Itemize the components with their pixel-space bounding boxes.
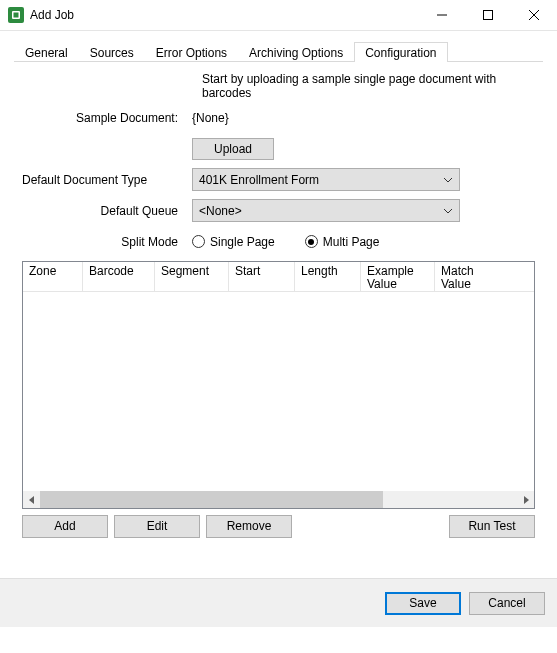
tab-configuration[interactable]: Configuration <box>354 42 447 62</box>
tab-sources[interactable]: Sources <box>79 42 145 62</box>
chevron-down-icon <box>443 174 453 188</box>
maximize-button[interactable] <box>465 0 511 30</box>
radio-icon <box>305 235 318 248</box>
zones-table: Zone Barcode Segment Start Length Exampl… <box>22 261 535 509</box>
add-button[interactable]: Add <box>22 515 108 538</box>
sample-document-value: {None} <box>192 111 229 125</box>
split-multi-label: Multi Page <box>323 235 380 249</box>
scroll-right-icon[interactable] <box>517 491 534 508</box>
run-test-button[interactable]: Run Test <box>449 515 535 538</box>
scroll-track[interactable] <box>40 491 517 508</box>
radio-icon <box>192 235 205 248</box>
col-example-value[interactable]: Example Value <box>361 262 435 291</box>
tab-panel-configuration: Start by uploading a sample single page … <box>14 62 543 546</box>
sample-document-label: Sample Document: <box>22 111 192 125</box>
document-type-select[interactable]: 401K Enrollment Form <box>192 168 460 191</box>
dialog-footer: Save Cancel <box>0 578 557 627</box>
minimize-button[interactable] <box>419 0 465 30</box>
edit-button[interactable]: Edit <box>114 515 200 538</box>
document-type-value: 401K Enrollment Form <box>199 173 319 187</box>
col-barcode[interactable]: Barcode <box>83 262 155 291</box>
horizontal-scrollbar[interactable] <box>23 491 534 508</box>
svg-marker-7 <box>524 496 529 504</box>
remove-button[interactable]: Remove <box>206 515 292 538</box>
split-mode-label: Split Mode <box>22 235 192 249</box>
save-button[interactable]: Save <box>385 592 461 615</box>
svg-rect-1 <box>14 13 19 18</box>
tab-archiving-options[interactable]: Archiving Options <box>238 42 354 62</box>
tab-bar: General Sources Error Options Archiving … <box>14 41 543 62</box>
scroll-thumb[interactable] <box>40 491 383 508</box>
tab-error-options[interactable]: Error Options <box>145 42 238 62</box>
col-zone[interactable]: Zone <box>23 262 83 291</box>
scroll-left-icon[interactable] <box>23 491 40 508</box>
cancel-button[interactable]: Cancel <box>469 592 545 615</box>
split-single-label: Single Page <box>210 235 275 249</box>
svg-rect-3 <box>484 11 493 20</box>
default-queue-select[interactable]: <None> <box>192 199 460 222</box>
upload-button[interactable]: Upload <box>192 138 274 160</box>
svg-marker-6 <box>29 496 34 504</box>
hint-text: Start by uploading a sample single page … <box>22 72 535 100</box>
split-single-radio[interactable]: Single Page <box>192 235 275 249</box>
col-length[interactable]: Length <box>295 262 361 291</box>
close-button[interactable] <box>511 0 557 30</box>
app-icon <box>8 7 24 23</box>
split-multi-radio[interactable]: Multi Page <box>305 235 380 249</box>
chevron-down-icon <box>443 205 453 219</box>
col-segment[interactable]: Segment <box>155 262 229 291</box>
col-start[interactable]: Start <box>229 262 295 291</box>
window-title: Add Job <box>30 8 419 22</box>
table-actions: Add Edit Remove Run Test <box>22 515 535 538</box>
document-type-label: Default Document Type <box>22 173 192 187</box>
titlebar: Add Job <box>0 0 557 31</box>
col-match-value[interactable]: Match Value <box>435 262 509 291</box>
table-header-row: Zone Barcode Segment Start Length Exampl… <box>23 262 534 292</box>
default-queue-label: Default Queue <box>22 204 192 218</box>
tab-general[interactable]: General <box>14 42 79 62</box>
default-queue-value: <None> <box>199 204 242 218</box>
